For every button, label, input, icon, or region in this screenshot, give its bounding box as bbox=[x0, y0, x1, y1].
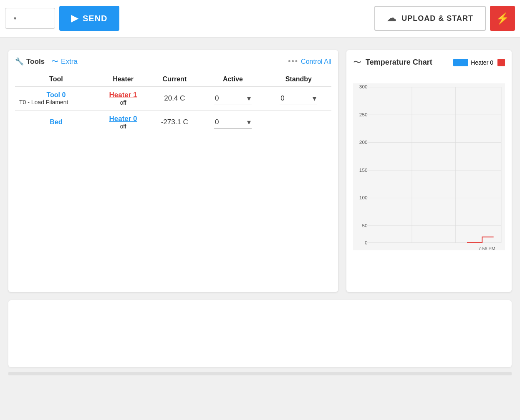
control-all-button[interactable]: ••• Control All bbox=[288, 57, 331, 66]
tool0-active-val: 0 bbox=[215, 94, 219, 103]
bed-active-arrow-icon: ▾ bbox=[247, 118, 251, 127]
tool0-name[interactable]: Tool 0 bbox=[19, 91, 93, 99]
col-current: Current bbox=[149, 72, 200, 87]
bed-active-val: 0 bbox=[215, 118, 219, 126]
svg-text:200: 200 bbox=[359, 139, 368, 145]
control-all-label: Control All bbox=[301, 58, 331, 65]
upload-start-button[interactable]: ☁ UPLOAD & START bbox=[374, 6, 486, 31]
flash-bolt-icon: ⚡ bbox=[496, 12, 509, 25]
col-tool: Tool bbox=[15, 72, 97, 87]
legend-heater0: Heater 0 bbox=[453, 59, 493, 66]
tab-tools[interactable]: 🔧 Tools bbox=[15, 57, 45, 66]
tool0-heater-cell: Heater 1 off bbox=[97, 87, 149, 111]
legend-heater1-color bbox=[497, 59, 505, 66]
send-label: SEND bbox=[83, 14, 108, 23]
table-row: Tool 0 T0 - Load Filament Heater 1 off 2… bbox=[15, 87, 331, 111]
tool0-name-cell: Tool 0 T0 - Load Filament bbox=[15, 87, 97, 111]
svg-text:100: 100 bbox=[359, 195, 368, 201]
tool0-standby-input[interactable]: 0 ▾ bbox=[280, 92, 317, 105]
tool0-active-input[interactable]: 0 ▾ bbox=[214, 92, 252, 105]
tab-extra[interactable]: 〜 Extra bbox=[51, 57, 78, 66]
chart-area: 300 250 200 150 100 50 0 bbox=[353, 75, 505, 285]
dots-icon: ••• bbox=[288, 57, 298, 66]
legend-heater1 bbox=[497, 59, 505, 66]
upload-label: UPLOAD & START bbox=[401, 14, 473, 23]
top-bar: ▾ ▶ SEND ☁ UPLOAD & START ⚡ bbox=[0, 0, 520, 38]
send-button[interactable]: ▶ SEND bbox=[59, 6, 119, 31]
main-content: 🔧 Tools 〜 Extra ••• Control All Tool Hea… bbox=[0, 42, 520, 292]
chart-legend: Heater 0 bbox=[453, 59, 505, 66]
load-filament-link[interactable]: Load Filament bbox=[31, 99, 68, 106]
bed-active-input[interactable]: 0 ▾ bbox=[214, 116, 252, 129]
tool0-standby-cell: 0 ▾ bbox=[266, 87, 331, 111]
heater0-link[interactable]: Heater 0 bbox=[101, 115, 145, 123]
bed-heater-cell: Heater 0 off bbox=[97, 111, 149, 134]
bottom-bar bbox=[8, 372, 512, 375]
bed-standby-cell bbox=[266, 111, 331, 134]
tool0-load-filament: T0 - Load Filament bbox=[19, 99, 93, 106]
temperature-chart-svg: 300 250 200 150 100 50 0 bbox=[353, 75, 505, 267]
col-active: Active bbox=[200, 72, 265, 87]
svg-text:0: 0 bbox=[365, 240, 368, 246]
heater0-status: off bbox=[101, 123, 145, 130]
bed-active-cell: 0 ▾ bbox=[200, 111, 265, 134]
tool0-current-temp: 20.4 C bbox=[164, 94, 185, 102]
wrench-icon: 🔧 bbox=[15, 57, 24, 66]
tool0-active-cell: 0 ▾ bbox=[200, 87, 265, 111]
chart-header: 〜 Temperature Chart Heater 0 bbox=[353, 57, 505, 68]
panel-tabs: 🔧 Tools 〜 Extra ••• Control All bbox=[15, 57, 331, 66]
file-dropdown[interactable]: ▾ bbox=[5, 8, 55, 29]
svg-text:7:56 PM: 7:56 PM bbox=[478, 246, 495, 251]
svg-text:250: 250 bbox=[359, 112, 368, 118]
bottom-section bbox=[8, 300, 512, 367]
dropdown-arrow-icon: ▾ bbox=[14, 15, 16, 21]
bed-current-cell: -273.1 C bbox=[149, 111, 200, 134]
send-icon: ▶ bbox=[71, 13, 78, 24]
upload-cloud-icon: ☁ bbox=[387, 13, 396, 24]
bed-current-temp: -273.1 C bbox=[161, 118, 188, 126]
svg-text:300: 300 bbox=[359, 84, 368, 90]
svg-rect-0 bbox=[353, 83, 505, 250]
tool0-standby-val: 0 bbox=[280, 94, 284, 103]
bed-name-cell: Bed bbox=[15, 111, 97, 134]
heater1-link[interactable]: Heater 1 bbox=[101, 91, 145, 99]
flash-button[interactable]: ⚡ bbox=[490, 6, 515, 31]
tools-panel: 🔧 Tools 〜 Extra ••• Control All Tool Hea… bbox=[8, 50, 338, 292]
chart-panel: 〜 Temperature Chart Heater 0 bbox=[346, 50, 512, 292]
table-row: Bed Heater 0 off -273.1 C 0 ▾ bbox=[15, 111, 331, 134]
heater1-status: off bbox=[101, 99, 145, 106]
col-heater: Heater bbox=[97, 72, 149, 87]
tool0-current-cell: 20.4 C bbox=[149, 87, 200, 111]
svg-text:50: 50 bbox=[362, 223, 368, 229]
chart-title: Temperature Chart bbox=[366, 58, 432, 67]
svg-text:150: 150 bbox=[359, 167, 368, 173]
trend-icon: 〜 bbox=[51, 57, 58, 66]
tools-table: Tool Heater Current Active Standby Tool … bbox=[15, 72, 331, 134]
chart-trend-icon: 〜 bbox=[353, 57, 361, 68]
col-standby: Standby bbox=[266, 72, 331, 87]
tool0-active-arrow-icon: ▾ bbox=[247, 94, 251, 103]
bed-name[interactable]: Bed bbox=[19, 118, 93, 126]
legend-heater0-label: Heater 0 bbox=[471, 59, 493, 66]
tab-tools-label: Tools bbox=[26, 58, 45, 66]
tab-extra-label: Extra bbox=[61, 58, 78, 66]
legend-heater0-color bbox=[453, 59, 468, 66]
tool0-standby-arrow-icon: ▾ bbox=[313, 94, 316, 103]
